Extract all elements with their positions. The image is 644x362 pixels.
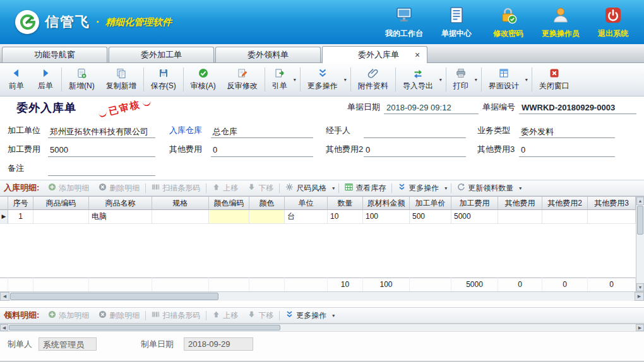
move-down-button[interactable]: 下移 [244, 309, 277, 322]
doc-date-field[interactable]: 2018-09-29 09:12 [384, 102, 479, 114]
view-stock-button[interactable]: 查看库存 [341, 182, 390, 195]
column-header[interactable]: 颜色 [249, 197, 285, 210]
scan-barcode-button[interactable]: 扫描条形码 [148, 182, 204, 195]
remark-field[interactable] [48, 163, 155, 176]
nav-change-password[interactable]: 修改密码 [490, 6, 527, 39]
dropdown-caret-icon[interactable]: ▾ [475, 77, 477, 83]
nav-document-center[interactable]: 单据中心 [438, 6, 475, 39]
import-export-button[interactable]: 导入导出 ▾ [397, 65, 444, 94]
grid-cell[interactable] [542, 210, 588, 224]
prev-doc-button[interactable]: 前单 [2, 65, 31, 94]
column-header[interactable]: 加工费用 [451, 197, 498, 210]
warehouse-field[interactable]: 总仓库 [211, 125, 313, 138]
material-grid-horizontal-scrollbar[interactable]: ◀ ▶ [0, 324, 644, 332]
grid-data-row[interactable]: ▶1电脑台101005005000 [0, 210, 636, 224]
nav-my-workspace[interactable]: 我的工作台 [385, 6, 423, 39]
other-cost-field[interactable]: 0 [211, 144, 313, 157]
tab-close-icon[interactable]: × [413, 50, 422, 60]
scroll-right-button[interactable]: ▶ [635, 292, 644, 301]
grid-vertical-scrollbar[interactable]: ▲ ▼ [636, 197, 644, 291]
move-down-button[interactable]: 下移 [244, 182, 277, 195]
handler-field[interactable] [364, 125, 466, 138]
grid-cell[interactable] [209, 210, 249, 224]
hscroll-thumb[interactable] [9, 325, 280, 330]
reverse-audit-button[interactable]: 反审修改 [222, 65, 263, 94]
grid-cell[interactable]: 5000 [451, 210, 498, 224]
column-header[interactable]: 规格 [152, 197, 209, 210]
nav-exit-system[interactable]: 退出系统 [595, 6, 631, 39]
move-up-button[interactable]: 上移 [208, 309, 242, 322]
nav-switch-operator[interactable]: 更换操作员 [542, 6, 580, 39]
scroll-right-button[interactable]: ▶ [636, 324, 644, 331]
scan-barcode-button[interactable]: 扫描条形码 [148, 309, 204, 322]
next-doc-button[interactable]: 后单 [31, 65, 60, 94]
dropdown-caret-icon[interactable]: ▾ [444, 185, 447, 191]
column-header[interactable]: 商品名称 [89, 197, 152, 210]
pull-doc-button[interactable]: 引单 ▾ [266, 65, 299, 94]
column-header[interactable]: 加工单价 [410, 197, 451, 210]
dropdown-caret-icon[interactable]: ▾ [519, 185, 522, 191]
ui-design-button[interactable]: 界面设计 ▾ [483, 65, 530, 94]
add-detail-button[interactable]: 添加明细 [44, 182, 93, 195]
dropdown-caret-icon[interactable]: ▾ [294, 77, 296, 83]
column-header[interactable]: 颜色编码 [209, 197, 249, 210]
tab-function-nav[interactable]: 功能导航窗 [2, 47, 107, 62]
grid-cell[interactable]: 1 [8, 210, 33, 224]
column-header[interactable]: 商品编码 [33, 197, 89, 210]
new-button[interactable]: 新增(N) [63, 65, 100, 94]
add-detail-button[interactable]: 添加明细 [44, 309, 93, 322]
column-header[interactable]: 原材料金额 [363, 197, 410, 210]
grid-cell[interactable] [152, 210, 209, 224]
row-selector-marker[interactable]: ▶ [0, 210, 8, 224]
scroll-down-button[interactable]: ▼ [636, 283, 644, 291]
scroll-left-button[interactable]: ◀ [0, 324, 8, 331]
close-window-button[interactable]: 关闭窗口 [534, 65, 575, 94]
dropdown-caret-icon[interactable]: ▾ [332, 185, 335, 191]
attachments-button[interactable]: 附件资料 [352, 65, 394, 94]
move-up-button[interactable]: 上移 [208, 182, 242, 195]
vscroll-thumb[interactable] [637, 206, 643, 235]
grid-cell[interactable]: 台 [285, 210, 328, 224]
more-actions-button[interactable]: 更多操作 ▾ [302, 65, 349, 94]
entry-more-actions-button[interactable]: 更多操作 ▾ [394, 182, 449, 195]
dropdown-caret-icon[interactable]: ▾ [344, 77, 347, 83]
grid-cell[interactable] [249, 210, 285, 224]
column-header[interactable]: 其他费用 [498, 197, 542, 210]
column-header[interactable]: 序号 [8, 197, 33, 210]
scroll-left-button[interactable]: ◀ [0, 292, 9, 301]
processing-cost-field[interactable]: 5000 [48, 144, 155, 157]
other-cost2-field[interactable]: 0 [364, 144, 466, 157]
column-header[interactable]: 其他费用2 [542, 197, 588, 210]
hscroll-track[interactable] [219, 292, 635, 301]
dropdown-caret-icon[interactable]: ▾ [332, 313, 335, 318]
grid-horizontal-scrollbar[interactable]: ◀ ▶ [0, 291, 644, 301]
grid-cell[interactable]: 10 [328, 210, 363, 224]
doc-number-field[interactable]: WWRKD-20180929-0003 [519, 102, 636, 114]
grid-cell[interactable]: 500 [410, 210, 451, 224]
business-type-field[interactable]: 委外发料 [519, 125, 615, 138]
grid-cell[interactable] [588, 210, 636, 224]
tab-outsource-inbound[interactable]: 委外入库单 × [322, 46, 427, 63]
audit-button[interactable]: 审核(A) [185, 65, 222, 94]
tab-outsource-processing[interactable]: 委外加工单 [109, 47, 214, 62]
column-header[interactable]: 单位 [285, 197, 328, 210]
update-requisition-qty-button[interactable]: 更新领料数量 ▾ [453, 182, 523, 195]
copy-new-button[interactable]: 复制新增 [100, 65, 142, 94]
grid-cell[interactable] [33, 210, 89, 224]
scroll-up-button[interactable]: ▲ [636, 197, 644, 205]
grid-cell[interactable] [498, 210, 542, 224]
other-cost3-field[interactable]: 0 [519, 144, 615, 157]
column-header[interactable]: 数量 [328, 197, 363, 210]
grid-cell[interactable]: 100 [363, 210, 410, 224]
dropdown-caret-icon[interactable]: ▾ [525, 77, 528, 83]
processing-unit-field[interactable]: 郑州亚拓软件科技有限公司 [48, 125, 155, 138]
delete-detail-button[interactable]: 删除明细 [95, 182, 143, 195]
vscroll-track[interactable] [636, 235, 644, 283]
hscroll-track[interactable] [281, 324, 636, 331]
save-button[interactable]: 保存(S) [145, 65, 182, 94]
material-more-actions-button[interactable]: 更多操作 ▾ [282, 309, 337, 322]
tab-outsource-requisition[interactable]: 委外领料单 [215, 47, 321, 62]
column-header[interactable]: 其他费用3 [588, 197, 636, 210]
hscroll-thumb[interactable] [10, 293, 218, 300]
print-button[interactable]: 打印 ▾ [448, 65, 480, 94]
